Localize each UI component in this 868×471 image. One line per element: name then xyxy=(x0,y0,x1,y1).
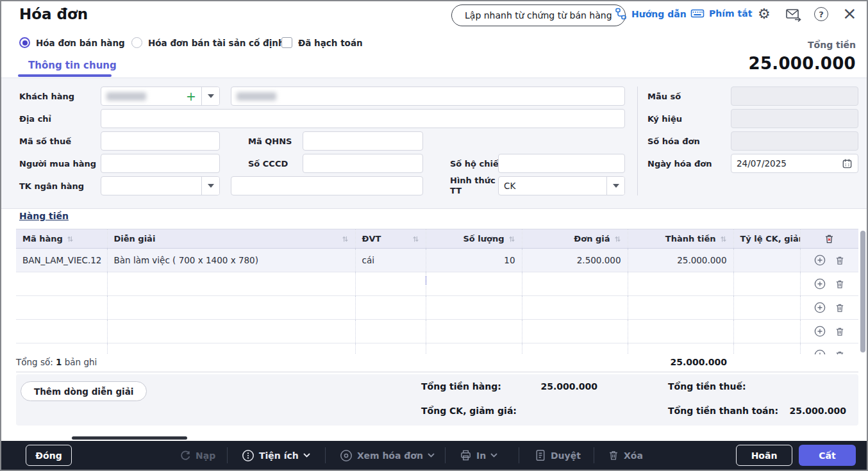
add-row-icon[interactable] xyxy=(814,349,826,354)
cell-code[interactable] xyxy=(16,272,107,296)
checkbox-posted[interactable]: Đã hạch toán xyxy=(281,37,363,48)
utilities-button[interactable]: Tiện ích xyxy=(242,441,310,470)
invoice-date-input[interactable]: 24/07/2025 xyxy=(731,154,858,173)
serial-label: Ký hiệu xyxy=(647,114,682,124)
delete-row-icon[interactable] xyxy=(835,279,845,290)
grid-row-empty[interactable] xyxy=(16,296,858,320)
cell-quantity[interactable] xyxy=(426,296,522,320)
delete-row-icon[interactable] xyxy=(835,350,845,355)
mail-send-icon[interactable] xyxy=(785,8,802,22)
cell-unit[interactable] xyxy=(355,320,426,343)
delete-row-icon[interactable] xyxy=(835,326,845,337)
cell-discount[interactable] xyxy=(733,343,800,355)
cell-amount[interactable] xyxy=(628,272,733,296)
save-button[interactable]: Cất xyxy=(799,445,856,466)
postpone-button[interactable]: Hoãn xyxy=(736,445,792,466)
close-button[interactable]: Đóng xyxy=(26,445,72,466)
cccd-input[interactable] xyxy=(303,154,423,173)
cell-description[interactable]: Bàn làm việc ( 700 x 1400 x 780) xyxy=(107,249,355,272)
bank-account-combo[interactable] xyxy=(101,176,220,195)
add-row-icon[interactable] xyxy=(814,254,826,266)
col-header-unit[interactable]: ĐVT xyxy=(355,229,426,249)
cell-code[interactable] xyxy=(16,320,107,343)
cell-amount[interactable] xyxy=(628,320,733,343)
cell-quantity[interactable] xyxy=(426,343,522,355)
horizontal-scrollbar-thumb[interactable] xyxy=(72,436,187,440)
add-description-row-button[interactable]: Thêm dòng diễn giải xyxy=(21,381,147,401)
cell-unit-price[interactable] xyxy=(522,296,628,320)
cell-discount[interactable] xyxy=(733,320,800,343)
cell-quantity[interactable]: 10 xyxy=(426,249,522,272)
calendar-icon[interactable] xyxy=(842,158,853,169)
delete-row-icon[interactable] xyxy=(835,302,845,313)
view-invoice-button[interactable]: Xem hóa đơn xyxy=(340,441,435,470)
cell-discount[interactable] xyxy=(733,249,800,272)
approve-button[interactable]: Duyệt xyxy=(535,441,581,470)
cell-description[interactable] xyxy=(107,296,355,320)
col-header-unit-price[interactable]: Đơn giá xyxy=(522,229,628,249)
cell-discount[interactable] xyxy=(733,296,800,320)
cell-amount[interactable] xyxy=(628,296,733,320)
help-icon[interactable]: ? xyxy=(814,7,828,21)
settings-icon[interactable]: ⚙ xyxy=(758,7,771,21)
quick-create-button[interactable]: Lập nhanh từ chứng từ bán hàng xyxy=(451,4,626,26)
print-button[interactable]: In xyxy=(460,441,497,470)
cell-unit[interactable]: cái xyxy=(355,249,426,272)
grid-row-empty[interactable] xyxy=(16,272,858,296)
col-header-code[interactable]: Mã hàng xyxy=(16,229,107,249)
cell-unit-price[interactable] xyxy=(522,272,628,296)
radio-asset-invoice[interactable]: Hóa đơn bán tài sản cố định xyxy=(131,37,285,48)
cell-unit-price[interactable]: 2.500.000 xyxy=(522,249,628,272)
delete-button[interactable]: Xóa xyxy=(608,441,643,470)
payment-dropdown-button[interactable] xyxy=(606,177,624,195)
col-header-quantity[interactable]: Số lượng xyxy=(426,229,522,249)
cell-description[interactable] xyxy=(107,343,355,355)
radio-sales-invoice[interactable]: Hóa đơn bán hàng xyxy=(19,37,125,48)
cell-unit[interactable] xyxy=(355,343,426,355)
col-header-discount[interactable]: Tỷ lệ CK, giảm xyxy=(733,229,800,249)
cell-code[interactable] xyxy=(16,296,107,320)
cell-amount[interactable] xyxy=(628,343,733,355)
delete-row-icon[interactable] xyxy=(835,255,845,266)
delete-all-rows-icon[interactable] xyxy=(824,233,835,245)
qhns-input[interactable] xyxy=(303,131,423,151)
col-header-amount[interactable]: Thành tiền xyxy=(628,229,733,249)
address-input[interactable] xyxy=(101,109,625,128)
grid-row-empty[interactable] xyxy=(16,343,858,355)
cell-unit[interactable] xyxy=(355,272,426,296)
cell-discount[interactable] xyxy=(733,272,800,296)
cell-quantity[interactable] xyxy=(426,272,522,296)
goods-section-link[interactable]: Hàng tiền xyxy=(19,211,69,221)
cell-description[interactable] xyxy=(107,320,355,343)
add-customer-icon[interactable]: + xyxy=(186,89,196,103)
tax-code-input[interactable] xyxy=(101,131,220,151)
cell-code[interactable]: BAN_LAM_VIEC.12 xyxy=(16,249,107,272)
cell-code[interactable] xyxy=(16,343,107,355)
customer-name-input[interactable] xyxy=(231,87,625,106)
close-icon[interactable]: × xyxy=(842,7,857,20)
grid-row-empty[interactable] xyxy=(16,320,858,343)
guide-link[interactable]: Hướng dẫn xyxy=(615,8,687,20)
customer-dropdown-button[interactable] xyxy=(201,87,219,105)
cell-unit-price[interactable] xyxy=(522,320,628,343)
cell-unit[interactable] xyxy=(355,296,426,320)
passport-input[interactable] xyxy=(498,154,625,173)
cell-description[interactable] xyxy=(107,272,355,296)
grid-row-filled[interactable]: BAN_LAM_VIEC.12Bàn làm việc ( 700 x 1400… xyxy=(16,249,858,272)
reload-button[interactable]: Nạp xyxy=(179,441,215,470)
shortcut-link[interactable]: Phím tắt xyxy=(690,8,752,19)
cell-amount[interactable]: 25.000.000 xyxy=(628,249,733,272)
cell-unit-price[interactable] xyxy=(522,343,628,355)
add-row-icon[interactable] xyxy=(814,302,826,313)
buyer-input[interactable] xyxy=(101,154,220,173)
bank-dropdown-button[interactable] xyxy=(201,177,219,195)
bank-name-input[interactable] xyxy=(231,176,423,195)
tab-general-info[interactable]: Thông tin chung xyxy=(28,60,117,71)
grid-vertical-scrollbar[interactable] xyxy=(860,231,865,352)
add-row-icon[interactable] xyxy=(814,326,826,337)
col-header-description[interactable]: Diễn giải xyxy=(107,229,355,249)
payment-method-select[interactable]: CK xyxy=(498,176,625,195)
add-row-icon[interactable] xyxy=(814,278,826,290)
customer-code-combo[interactable]: + xyxy=(101,87,220,106)
cell-quantity[interactable] xyxy=(426,320,522,343)
